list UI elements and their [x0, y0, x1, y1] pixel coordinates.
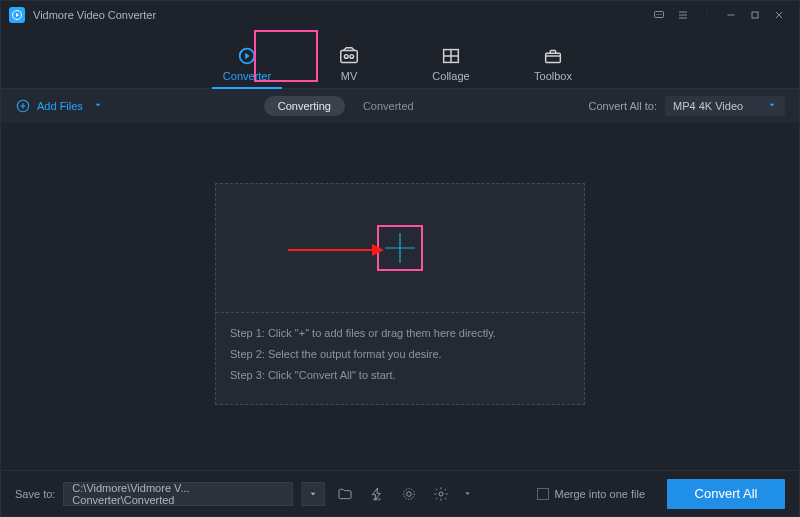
- svg-rect-7: [341, 51, 358, 63]
- save-path-value: C:\Vidmore\Vidmore V... Converter\Conver…: [72, 482, 284, 506]
- tab-collage[interactable]: Collage: [418, 45, 484, 88]
- chevron-down-icon: [463, 489, 472, 498]
- maximize-button[interactable]: [743, 5, 767, 25]
- converter-icon: [236, 45, 258, 67]
- segment-converting[interactable]: Converting: [264, 96, 345, 116]
- svg-rect-5: [752, 12, 758, 18]
- tab-converter-label: Converter: [223, 70, 271, 82]
- instruction-steps: Step 1: Click "+" to add files or drag t…: [216, 313, 584, 396]
- settings-dropdown[interactable]: [461, 482, 473, 506]
- merge-checkbox[interactable]: Merge into one file: [537, 488, 646, 500]
- save-path-field[interactable]: C:\Vidmore\Vidmore V... Converter\Conver…: [63, 482, 293, 506]
- main-area: Step 1: Click "+" to add files or drag t…: [1, 123, 799, 470]
- add-files-button[interactable]: Add Files: [15, 98, 103, 114]
- save-to-label: Save to:: [15, 488, 55, 500]
- svg-rect-11: [546, 53, 561, 62]
- conversion-segment: Converting Converted: [264, 96, 428, 116]
- titlebar: Vidmore Video Converter: [1, 1, 799, 29]
- app-logo-icon: [9, 7, 25, 23]
- hardware-accel-button[interactable]: OFF: [365, 482, 389, 506]
- output-format-select[interactable]: MP4 4K Video: [665, 96, 785, 116]
- drop-panel[interactable]: Step 1: Click "+" to add files or drag t…: [215, 183, 585, 405]
- chevron-down-icon: [308, 489, 318, 499]
- close-button[interactable]: [767, 5, 791, 25]
- chevron-down-icon: [93, 100, 103, 112]
- tab-mv-label: MV: [341, 70, 358, 82]
- step-3: Step 3: Click "Convert All" to start.: [230, 365, 570, 386]
- open-folder-button[interactable]: [333, 482, 357, 506]
- segment-converted-label: Converted: [363, 100, 414, 112]
- high-speed-button[interactable]: [397, 482, 421, 506]
- main-tabs: Converter MV Collage Toolbox: [1, 29, 799, 89]
- app-title: Vidmore Video Converter: [33, 9, 156, 21]
- annotation-arrow: [288, 243, 384, 257]
- svg-point-3: [659, 14, 660, 15]
- add-files-label: Add Files: [37, 100, 83, 112]
- svg-point-18: [439, 492, 443, 496]
- tab-mv[interactable]: MV: [316, 45, 382, 88]
- menu-icon[interactable]: [671, 5, 695, 25]
- sub-toolbar: Add Files Converting Converted Convert A…: [1, 89, 799, 123]
- tab-toolbox-label: Toolbox: [534, 70, 572, 82]
- divider: [695, 5, 719, 25]
- chevron-down-icon: [767, 100, 777, 112]
- svg-point-2: [657, 14, 658, 15]
- svg-point-16: [404, 488, 415, 499]
- convert-all-button[interactable]: Convert All: [667, 479, 785, 509]
- svg-text:OFF: OFF: [373, 497, 382, 502]
- segment-converted[interactable]: Converted: [349, 96, 428, 116]
- plus-icon: [382, 230, 418, 266]
- svg-point-4: [661, 14, 662, 15]
- convert-all-to-label: Convert All to:: [589, 100, 657, 112]
- footer-bar: Save to: C:\Vidmore\Vidmore V... Convert…: [1, 470, 799, 516]
- tab-collage-label: Collage: [432, 70, 469, 82]
- minimize-button[interactable]: [719, 5, 743, 25]
- svg-point-17: [407, 491, 412, 496]
- step-1: Step 1: Click "+" to add files or drag t…: [230, 323, 570, 344]
- save-path-dropdown[interactable]: [301, 482, 325, 506]
- convert-all-to: Convert All to: MP4 4K Video: [589, 96, 785, 116]
- step-2: Step 2: Select the output format you des…: [230, 344, 570, 365]
- tab-toolbox[interactable]: Toolbox: [520, 45, 586, 88]
- tab-converter[interactable]: Converter: [214, 45, 280, 88]
- collage-icon: [440, 45, 462, 67]
- svg-marker-14: [372, 244, 384, 256]
- segment-converting-label: Converting: [278, 100, 331, 112]
- svg-point-9: [350, 55, 354, 59]
- feedback-icon[interactable]: [647, 5, 671, 25]
- output-format-value: MP4 4K Video: [673, 100, 743, 112]
- svg-point-8: [344, 55, 348, 59]
- toolbox-icon: [542, 45, 564, 67]
- merge-label: Merge into one file: [555, 488, 646, 500]
- convert-all-label: Convert All: [695, 486, 758, 501]
- mv-icon: [338, 45, 360, 67]
- plus-circle-icon: [15, 98, 31, 114]
- settings-button[interactable]: [429, 482, 453, 506]
- checkbox-box-icon: [537, 488, 549, 500]
